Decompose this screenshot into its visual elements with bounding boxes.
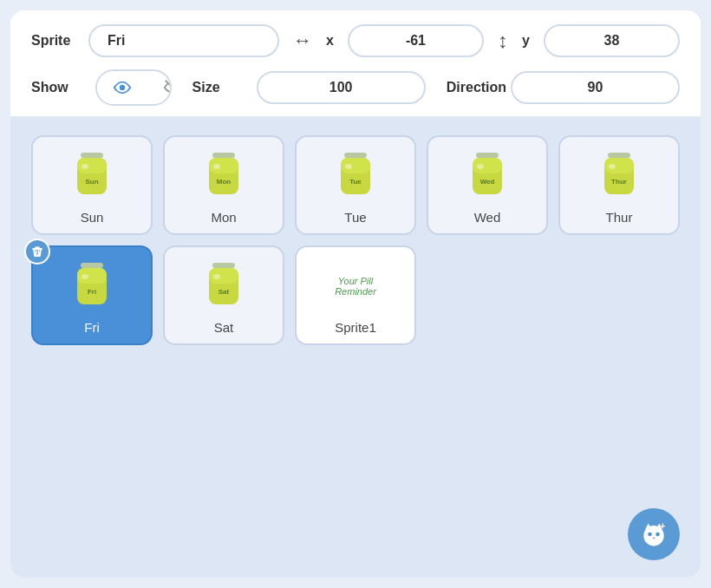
svg-text:+: + (660, 520, 665, 531)
svg-rect-14 (341, 158, 370, 173)
sprite-card-wed[interactable]: Wed Wed (427, 135, 548, 235)
svg-point-16 (345, 164, 352, 169)
sprite-img-fri: Fri (62, 256, 122, 317)
svg-rect-7 (212, 153, 235, 158)
svg-rect-19 (473, 158, 502, 173)
svg-text:Fri: Fri (88, 288, 96, 296)
svg-point-6 (82, 164, 88, 169)
y-label: y (522, 33, 530, 49)
svg-point-42 (653, 538, 656, 539)
bottle-svg-mon: Mon (193, 146, 254, 206)
svg-rect-17 (476, 153, 499, 158)
sprite-name-wed: Wed (474, 210, 501, 225)
show-visible-button[interactable] (97, 71, 147, 104)
svg-rect-27 (81, 263, 103, 268)
sprite-card-sprite1[interactable]: Your Pill Reminder Sprite1 (295, 245, 416, 345)
sprite1-text-content: Your Pill Reminder (325, 272, 386, 300)
svg-point-40 (648, 532, 652, 537)
bottle-svg-fri: Fri (62, 256, 122, 317)
sprite-img-tue: Tue (325, 146, 386, 206)
sprite-img-thur: Thur (589, 146, 649, 206)
sprite-card-sat[interactable]: Sat Sat (163, 245, 284, 345)
show-label: Show (31, 80, 75, 95)
svg-text:Sat: Sat (219, 288, 230, 296)
svg-point-41 (656, 532, 660, 537)
svg-rect-34 (209, 268, 238, 284)
sprite-card-sun[interactable]: Sun Sun (31, 135, 153, 235)
delete-button[interactable] (24, 238, 50, 265)
controls-area: Sprite ↔ x ↕ y Show (10, 10, 701, 118)
sprite-card-fri[interactable]: Fri Fri (31, 245, 153, 345)
sprite-card-mon[interactable]: Mon Mon (163, 135, 284, 235)
svg-rect-2 (81, 153, 103, 158)
sprite-img-sprite1: Your Pill Reminder (325, 256, 386, 317)
bottle-svg-tue: Tue (325, 146, 386, 206)
bottle-svg-wed: Wed (457, 146, 518, 206)
sprite-card-thur[interactable]: Thur Thur (558, 135, 680, 235)
svg-rect-12 (344, 153, 367, 158)
svg-text:Thur: Thur (611, 178, 627, 186)
svg-text:Sun: Sun (85, 178, 98, 186)
svg-text:Tue: Tue (349, 178, 362, 186)
eye-open-icon (113, 78, 132, 97)
trash-icon (31, 245, 43, 258)
sprite-area: Sun Sun Mon Mon (10, 118, 701, 578)
sprite-name-fri: Fri (84, 320, 100, 335)
sprite-img-sat: Sat (193, 256, 254, 317)
sprite-name-sprite1: Sprite1 (335, 320, 376, 335)
row1: Sprite ↔ x ↕ y (31, 24, 680, 57)
x-axis-icon: ↔ (293, 29, 312, 52)
sprite-name-sun: Sun (81, 210, 104, 225)
x-label: x (326, 33, 334, 49)
show-hidden-button[interactable] (147, 71, 172, 104)
sprite-label: Sprite (31, 33, 75, 49)
sprite-name-input[interactable] (88, 24, 279, 57)
svg-point-36 (213, 274, 220, 279)
main-container: Sprite ↔ x ↕ y Show (10, 10, 701, 578)
sprite-name-tue: Tue (344, 210, 366, 225)
svg-line-1 (166, 81, 172, 95)
sprite-img-mon: Mon (193, 146, 254, 206)
bottle-svg-thur: Thur (589, 146, 649, 206)
y-axis-icon: ↕ (498, 29, 508, 53)
x-value-input[interactable] (348, 24, 484, 57)
svg-rect-24 (604, 158, 634, 173)
svg-rect-22 (608, 153, 630, 158)
eye-closed-icon (163, 78, 172, 97)
svg-point-0 (120, 85, 125, 90)
svg-rect-4 (77, 158, 107, 173)
svg-point-26 (609, 164, 616, 169)
show-toggle (95, 69, 172, 106)
svg-text:Mon: Mon (217, 178, 232, 186)
sprite-name-thur: Thur (606, 210, 633, 225)
add-sprite-button[interactable]: + (628, 508, 680, 560)
svg-point-11 (213, 164, 220, 169)
direction-label: Direction (447, 80, 490, 95)
sprite-name-mon: Mon (211, 210, 236, 225)
y-value-input[interactable] (544, 24, 680, 57)
svg-rect-9 (209, 158, 238, 173)
svg-point-21 (477, 164, 484, 169)
sprite-img-wed: Wed (457, 146, 518, 206)
bottle-svg-sun: Sun (62, 146, 122, 206)
sprite-card-tue[interactable]: Tue Tue (295, 135, 416, 235)
size-value-input[interactable] (257, 71, 426, 104)
sprite-name-sat: Sat (214, 320, 234, 335)
svg-point-31 (82, 274, 88, 279)
bottle-svg-sat: Sat (193, 256, 254, 317)
cat-icon: + (638, 519, 669, 550)
svg-text:Wed: Wed (480, 178, 495, 186)
direction-value-input[interactable] (511, 71, 680, 104)
svg-rect-32 (212, 263, 235, 268)
svg-rect-29 (77, 268, 107, 284)
row2: Show Size Direction (31, 69, 680, 106)
sprite-img-sun: Sun (62, 146, 122, 206)
size-label: Size (192, 80, 236, 95)
